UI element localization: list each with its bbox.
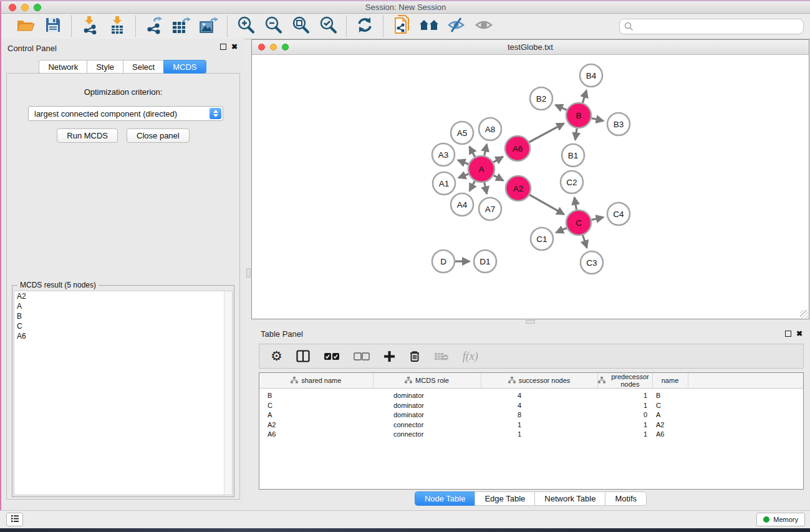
table-cell[interactable]: 4 bbox=[481, 389, 597, 401]
network-canvas[interactable]: AA1A2A3A4A5A6A7A8BB1B2B3B4CC1C2C3C4DD1 bbox=[252, 55, 809, 319]
open-file-button[interactable] bbox=[14, 16, 37, 37]
table-row[interactable]: Adominator80A bbox=[259, 410, 803, 420]
show-columns-icon[interactable] bbox=[296, 350, 310, 362]
zoom-out-button[interactable] bbox=[261, 16, 285, 37]
show-panels-button[interactable] bbox=[6, 513, 23, 526]
node-A2[interactable]: A2 bbox=[506, 176, 531, 201]
node-A6[interactable]: A6 bbox=[505, 136, 530, 161]
node-B2[interactable]: B2 bbox=[530, 87, 552, 110]
edge-A6-B[interactable] bbox=[529, 123, 564, 142]
node-C3[interactable]: C3 bbox=[581, 251, 603, 274]
table-cell[interactable]: A6 bbox=[652, 430, 688, 440]
table-cell[interactable]: B bbox=[652, 389, 688, 401]
node-C2[interactable]: C2 bbox=[561, 171, 583, 193]
table-cell[interactable]: dominator bbox=[373, 389, 481, 401]
edge-C-C1[interactable] bbox=[556, 228, 567, 233]
node-A8[interactable]: A8 bbox=[479, 118, 501, 140]
table-cell[interactable]: 1 bbox=[597, 389, 652, 401]
table-cell[interactable]: 1 bbox=[597, 420, 652, 430]
table-cell[interactable]: 8 bbox=[481, 410, 597, 420]
network-document-button[interactable] bbox=[390, 16, 413, 37]
tab-node-table[interactable]: Node Table bbox=[415, 491, 475, 506]
table-cell[interactable]: connector bbox=[373, 420, 481, 430]
float-panel-icon[interactable] bbox=[220, 44, 226, 50]
column-header[interactable]: MCDS role bbox=[373, 373, 481, 389]
unselect-all-icon[interactable] bbox=[354, 352, 370, 360]
zoom-window-icon[interactable] bbox=[34, 4, 41, 11]
node-A5[interactable]: A5 bbox=[451, 122, 473, 144]
close-window-icon[interactable] bbox=[9, 4, 16, 11]
mcds-result-item[interactable]: B bbox=[14, 311, 232, 321]
export-table-button[interactable] bbox=[170, 16, 193, 37]
table-cell[interactable]: A6 bbox=[259, 430, 373, 440]
node-C[interactable]: C bbox=[566, 210, 591, 235]
edge-B-B4[interactable] bbox=[582, 90, 586, 103]
edge-A-A6[interactable] bbox=[493, 157, 503, 162]
table-cell[interactable]: A bbox=[652, 410, 688, 420]
node-B3[interactable]: B3 bbox=[607, 113, 630, 135]
node-B[interactable]: B bbox=[566, 103, 591, 128]
table-cell[interactable]: dominator bbox=[373, 401, 481, 411]
mcds-result-item[interactable]: A2 bbox=[14, 291, 232, 301]
save-session-button[interactable] bbox=[41, 16, 65, 37]
select-all-icon[interactable] bbox=[324, 352, 340, 360]
delete-table-icon[interactable] bbox=[434, 352, 449, 361]
window-resize-grip[interactable] bbox=[800, 310, 808, 318]
edge-C-C4[interactable] bbox=[592, 217, 604, 220]
node-C1[interactable]: C1 bbox=[531, 228, 553, 250]
hide-selected-button[interactable] bbox=[445, 16, 468, 37]
float-table-panel-icon[interactable] bbox=[785, 331, 791, 337]
edge-A-A7[interactable] bbox=[485, 183, 487, 194]
edge-C-C2[interactable] bbox=[574, 198, 576, 210]
node-D[interactable]: D bbox=[432, 250, 455, 273]
table-cell[interactable]: 1 bbox=[481, 420, 597, 430]
node-A7[interactable]: A7 bbox=[479, 198, 501, 220]
search-input[interactable] bbox=[619, 19, 804, 34]
table-cell[interactable]: 1 bbox=[597, 430, 652, 440]
create-column-icon[interactable] bbox=[383, 351, 395, 362]
edge-A-A3[interactable] bbox=[458, 160, 468, 164]
node-A[interactable]: A bbox=[468, 156, 494, 182]
edge-B-B1[interactable] bbox=[576, 128, 577, 140]
edge-A-A2[interactable] bbox=[494, 175, 504, 180]
mcds-result-item[interactable]: C bbox=[14, 321, 232, 331]
mcds-result-item[interactable]: A bbox=[14, 301, 232, 311]
node-D1[interactable]: D1 bbox=[474, 250, 496, 273]
table-cell[interactable]: 4 bbox=[481, 401, 597, 411]
table-cell[interactable]: B bbox=[259, 389, 373, 401]
tab-select[interactable]: Select bbox=[123, 60, 163, 74]
tab-motifs[interactable]: Motifs bbox=[605, 491, 647, 506]
edge-A-A5[interactable] bbox=[470, 147, 475, 157]
table-cell[interactable]: C bbox=[652, 401, 688, 411]
memory-button[interactable]: Memory bbox=[756, 513, 805, 526]
close-panel-icon[interactable]: ✖ bbox=[231, 44, 238, 50]
table-cell[interactable]: 1 bbox=[481, 430, 597, 440]
table-cell[interactable]: C bbox=[259, 401, 373, 411]
table-row[interactable]: A2connector11A2 bbox=[259, 420, 803, 430]
table-row[interactable]: Bdominator41B bbox=[259, 389, 803, 401]
table-row[interactable]: Cdominator41C bbox=[259, 401, 803, 411]
edge-A2-C[interactable] bbox=[529, 195, 564, 214]
close-panel-button[interactable]: Close panel bbox=[127, 128, 190, 143]
edge-B-B3[interactable] bbox=[592, 118, 604, 121]
node-A3[interactable]: A3 bbox=[432, 143, 455, 166]
table-cell[interactable]: 1 bbox=[597, 401, 652, 411]
criterion-select[interactable]: largest connected component (directed) bbox=[28, 106, 223, 121]
scrollbar[interactable] bbox=[224, 291, 232, 495]
edge-A-A8[interactable] bbox=[485, 144, 487, 155]
export-network-button[interactable] bbox=[142, 16, 166, 37]
table-cell[interactable]: dominator bbox=[373, 410, 481, 420]
node-B1[interactable]: B1 bbox=[562, 144, 584, 167]
tab-style[interactable]: Style bbox=[87, 60, 123, 74]
node-A4[interactable]: A4 bbox=[451, 193, 473, 216]
node-A1[interactable]: A1 bbox=[433, 172, 455, 195]
zoom-in-button[interactable] bbox=[234, 16, 258, 37]
column-header[interactable]: name bbox=[652, 373, 688, 389]
column-header[interactable]: successor nodes bbox=[481, 373, 597, 389]
export-image-button[interactable] bbox=[197, 16, 221, 37]
tab-mcds[interactable]: MCDS bbox=[163, 60, 206, 74]
run-mcds-button[interactable]: Run MCDS bbox=[57, 128, 118, 143]
tab-network-table[interactable]: Network Table bbox=[534, 491, 605, 506]
refresh-layout-button[interactable] bbox=[353, 16, 377, 37]
edge-B-B2[interactable] bbox=[556, 105, 567, 110]
